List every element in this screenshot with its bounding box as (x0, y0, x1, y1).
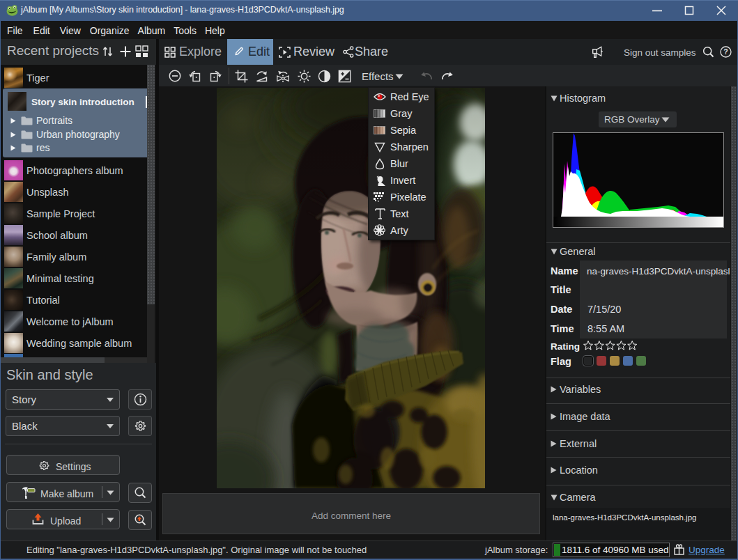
svg-text:?: ? (723, 47, 728, 56)
